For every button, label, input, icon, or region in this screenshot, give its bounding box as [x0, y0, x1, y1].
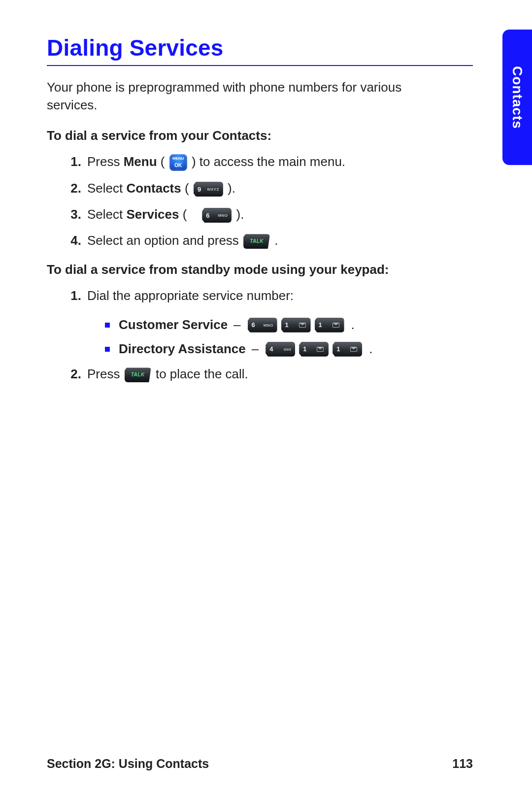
text: (	[179, 207, 187, 222]
key-6-icon: 6MNO	[248, 318, 277, 332]
key-digit: 1	[285, 321, 289, 329]
step-number: 3.	[67, 206, 81, 223]
step-number: 1.	[67, 287, 81, 304]
step-2: 2. Select Contacts ( 9 WXYZ ).	[67, 180, 473, 197]
steps-contacts: 1. Press Menu ( MENU OK ) to access the …	[47, 153, 473, 249]
side-tab: Contacts	[502, 30, 532, 165]
text: ).	[236, 207, 244, 222]
envelope-icon	[350, 347, 357, 352]
text: Press	[87, 366, 124, 381]
key-1-icon: 1	[332, 342, 362, 357]
text: Press	[87, 154, 124, 169]
step-text: Dial the appropriate service number:	[87, 287, 294, 304]
step-1: 1. Press Menu ( MENU OK ) to access the …	[67, 153, 473, 171]
key-digit: 1	[336, 345, 340, 353]
key-digit: 9	[198, 185, 201, 194]
key-digit: 6	[252, 321, 256, 329]
text: .	[274, 233, 278, 248]
key-label: OK	[169, 162, 187, 169]
page-footer: Section 2G: Using Contacts 113	[47, 757, 473, 771]
dash: –	[233, 317, 240, 332]
step-3: 3. Select Services ( 6 MNO ).	[67, 206, 473, 223]
key-letters: WXYZ	[207, 187, 219, 193]
key-1-icon: 1	[299, 342, 329, 357]
step-4: 4. Select an option and press .	[67, 232, 473, 249]
text: to place the call.	[156, 366, 248, 381]
customer-service-label: Customer Service	[119, 317, 228, 332]
key-letters: MNO	[218, 213, 228, 219]
key-digit: 1	[303, 345, 307, 353]
talk-key-icon	[243, 234, 270, 249]
bullet-icon	[105, 323, 110, 328]
step-text: Select Services ( 6 MNO ).	[87, 206, 244, 223]
key-digit: 6	[206, 211, 210, 220]
step-number: 2.	[67, 180, 81, 197]
customer-service-item: Customer Service – 6MNO 1 1 .	[105, 317, 473, 332]
directory-assistance-item: Directory Assistance – 4GHI 1 1 .	[105, 341, 473, 357]
footer-page-number: 113	[452, 757, 473, 771]
key-6-icon: 6 MNO	[202, 208, 232, 223]
step-number: 4.	[67, 232, 81, 249]
services-word: Services	[127, 207, 179, 222]
contacts-word: Contacts	[127, 181, 181, 196]
text: Select an option and press	[87, 233, 242, 248]
key-letters: GHI	[284, 347, 291, 352]
period: .	[369, 341, 372, 357]
text: ).	[228, 181, 235, 196]
page-body: Dialing Services Your phone is preprogra…	[47, 34, 473, 749]
text: (	[157, 154, 165, 169]
step-text: Select an option and press .	[87, 232, 278, 249]
period: .	[351, 317, 355, 332]
key-letters: MNO	[264, 323, 273, 328]
envelope-icon	[332, 323, 339, 328]
key-9-icon: 9 WXYZ	[194, 182, 223, 197]
text: Select	[87, 207, 127, 222]
step-text: Select Contacts ( 9 WXYZ ).	[87, 180, 235, 197]
text: ) to access the main menu.	[192, 154, 345, 169]
envelope-icon	[317, 347, 324, 352]
bullet-icon	[105, 347, 110, 352]
key-1-icon: 1	[315, 318, 344, 332]
subhead-keypad: To dial a service from standby mode usin…	[47, 262, 473, 277]
talk-key-icon	[125, 367, 151, 382]
step-1: 1. Dial the appropriate service number:	[67, 287, 473, 304]
menu-ok-key-icon: MENU OK	[169, 154, 187, 171]
steps-keypad-2: 2. Press to place the call.	[47, 366, 473, 383]
step-text: Press Menu ( MENU OK ) to access the mai…	[87, 153, 345, 171]
step-2: 2. Press to place the call.	[67, 366, 473, 383]
key-digit: 1	[319, 321, 323, 329]
title-rule	[47, 65, 473, 66]
text: (	[181, 181, 189, 196]
key-digit: 4	[269, 345, 273, 353]
page-title: Dialing Services	[47, 34, 473, 61]
step-number: 1.	[67, 153, 81, 170]
step-number: 2.	[67, 366, 81, 383]
key-1-icon: 1	[281, 318, 311, 332]
keys-611: 6MNO 1 1	[247, 318, 345, 332]
envelope-icon	[299, 323, 306, 328]
footer-section: Section 2G: Using Contacts	[47, 757, 209, 771]
steps-keypad: 1. Dial the appropriate service number:	[47, 287, 473, 304]
key-label: MENU	[169, 156, 187, 162]
text: Select	[87, 181, 127, 196]
directory-assistance-label: Directory Assistance	[119, 341, 246, 357]
dash: –	[252, 341, 259, 357]
step-text: Press to place the call.	[87, 366, 248, 383]
keys-411: 4GHI 1 1	[265, 342, 363, 357]
service-numbers: Customer Service – 6MNO 1 1 . Directory …	[47, 317, 473, 357]
menu-word: Menu	[124, 154, 157, 169]
subhead-contacts: To dial a service from your Contacts:	[47, 128, 473, 143]
side-tab-label: Contacts	[509, 66, 525, 129]
key-4-icon: 4GHI	[266, 342, 295, 357]
intro-text: Your phone is preprogrammed with phone n…	[47, 79, 421, 114]
